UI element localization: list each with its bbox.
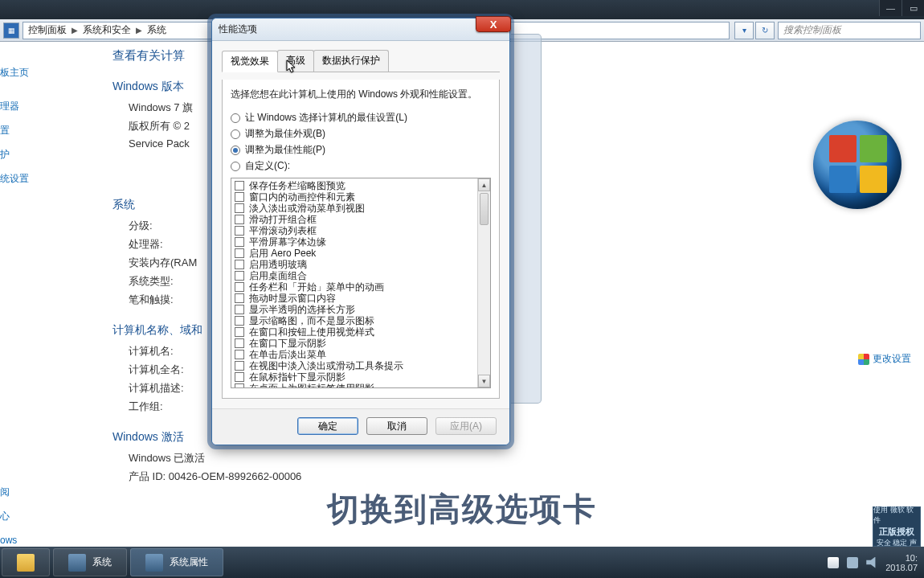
checkbox[interactable] [235, 350, 244, 359]
list-item[interactable]: 在窗口和按钮上使用视觉样式 [233, 326, 490, 338]
radio-custom[interactable]: 自定义(C): [231, 159, 491, 173]
list-item[interactable]: 显示缩略图，而不是显示图标 [233, 315, 490, 326]
tab-visual-effects[interactable]: 视觉效果 [222, 51, 278, 72]
list-item[interactable]: 在桌面上为图标标签使用阴影 [233, 383, 490, 388]
minimize-button[interactable]: — [879, 0, 902, 16]
checkbox[interactable] [235, 237, 244, 247]
sidebar-item[interactable]: 理器 [0, 94, 37, 118]
list-item[interactable]: 显示半透明的选择长方形 [233, 304, 490, 315]
checkbox[interactable] [235, 327, 244, 337]
folder-icon [17, 554, 35, 572]
list-item[interactable]: 滑动打开组合框 [233, 214, 490, 225]
sidebar-item[interactable]: 阅 [0, 480, 37, 504]
radio-best-appearance[interactable]: 调整为最佳外观(B) [231, 127, 491, 141]
checkbox[interactable] [235, 203, 244, 213]
label-product-id: 产品 ID: 00426-OEM-8992662-00006 [129, 469, 301, 484]
list-item[interactable]: 保存任务栏缩略图预览 [233, 180, 490, 191]
change-settings-link[interactable]: 更改设置 [858, 352, 911, 366]
crumb-system[interactable]: 系统 [147, 23, 166, 37]
checkbox[interactable] [235, 260, 244, 269]
checkbox[interactable] [235, 338, 244, 348]
list-item[interactable]: 在鼠标指针下显示阴影 [233, 371, 490, 383]
checkbox-label: 在视图中淡入淡出或滑动工具条提示 [249, 360, 403, 371]
crumb-control-panel[interactable]: 控制面板 [28, 23, 67, 37]
ok-button[interactable]: 确定 [297, 417, 358, 435]
sidebar-item[interactable]: 统设置 [0, 166, 37, 191]
checkbox[interactable] [235, 248, 244, 258]
tray-flag-icon[interactable] [828, 557, 839, 568]
taskbar-item-system[interactable]: 系统 [53, 548, 127, 576]
sidebar-item[interactable]: 板主页 [0, 60, 37, 84]
checkbox[interactable] [235, 215, 244, 224]
list-item[interactable]: 在单击后淡出菜单 [233, 349, 490, 360]
radio-icon [231, 162, 240, 171]
search-input[interactable]: 搜索控制面板 [778, 22, 921, 39]
list-item[interactable]: 在窗口下显示阴影 [233, 338, 490, 349]
list-item[interactable]: 任务栏和「开始」菜单中的动画 [233, 281, 490, 293]
tray-time[interactable]: 10: [885, 553, 918, 563]
windows-logo-orb [813, 121, 902, 209]
system-tray: 10: 2018.07 [821, 553, 924, 572]
radio-let-windows-choose[interactable]: 让 Windows 选择计算机的最佳设置(L) [231, 111, 491, 125]
maximize-button[interactable]: ▭ [902, 0, 924, 16]
list-item[interactable]: 启用桌面组合 [233, 270, 490, 281]
checkbox-label: 显示半透明的选择长方形 [249, 304, 355, 315]
list-item[interactable]: 启用 Aero Peek [233, 248, 490, 259]
checkbox[interactable] [235, 305, 244, 314]
taskbar-item-system-properties[interactable]: 系统属性 [130, 548, 223, 576]
list-item[interactable]: 启用透明玻璃 [233, 259, 490, 270]
close-button[interactable]: X [476, 16, 511, 32]
list-item[interactable]: 在视图中淡入淡出或滑动工具条提示 [233, 360, 490, 371]
tray-volume-icon[interactable] [866, 557, 877, 568]
sidebar-item[interactable]: 护 [0, 142, 37, 166]
crumb-system-security[interactable]: 系统和安全 [83, 23, 131, 37]
scroll-down-button[interactable]: ▼ [478, 375, 490, 387]
list-item[interactable]: 淡入淡出或滑动菜单到视图 [233, 203, 490, 214]
list-item[interactable]: 窗口内的动画控件和元素 [233, 191, 490, 203]
computer-icon [68, 554, 86, 572]
video-subtitle: 切换到高级选项卡 [327, 487, 597, 531]
dialog-titlebar[interactable]: 性能选项 X [212, 18, 509, 41]
instruction-text: 选择您想在此计算机上使用的 Windows 外观和性能设置。 [231, 88, 491, 101]
list-item[interactable]: 平滑滚动列表框 [233, 225, 490, 236]
tab-advanced[interactable]: 高级 [277, 50, 314, 72]
radio-best-performance[interactable]: 调整为最佳性能(P) [231, 143, 491, 157]
checkbox-label: 显示缩略图，而不是显示图标 [249, 315, 374, 326]
checkbox[interactable] [235, 383, 244, 388]
checkbox-label: 在桌面上为图标标签使用阴影 [249, 383, 374, 388]
change-settings-label: 更改设置 [873, 352, 911, 366]
checkbox-list[interactable]: 保存任务栏缩略图预览窗口内的动画控件和元素淡入淡出或滑动菜单到视图滑动打开组合框… [231, 178, 491, 388]
sidebar-item[interactable]: 置 [0, 118, 37, 142]
checkbox[interactable] [235, 282, 244, 292]
checkbox[interactable] [235, 271, 244, 281]
cancel-button[interactable]: 取消 [366, 417, 427, 435]
apply-button[interactable]: 应用(A) [435, 417, 497, 435]
list-item[interactable]: 平滑屏幕字体边缘 [233, 236, 490, 248]
checkbox-label: 窗口内的动画控件和元素 [249, 191, 355, 203]
radio-label: 让 Windows 选择计算机的最佳设置(L) [245, 111, 407, 125]
tray-date[interactable]: 2018.07 [885, 563, 918, 572]
taskbar-item-explorer[interactable] [2, 548, 50, 576]
checkbox[interactable] [235, 316, 244, 326]
genuine-line: 正版授权 [879, 526, 914, 538]
window-caption-bar [0, 0, 924, 19]
tab-dep[interactable]: 数据执行保护 [313, 50, 389, 72]
history-dropdown-button[interactable]: ▾ [734, 22, 754, 39]
list-item[interactable]: 拖动时显示窗口内容 [233, 293, 490, 304]
checkbox[interactable] [235, 372, 244, 382]
scrollbar[interactable]: ▲ ▼ [477, 178, 490, 387]
sidebar-item[interactable]: 心 [0, 504, 37, 528]
checkbox[interactable] [235, 293, 244, 303]
refresh-button[interactable]: ↻ [755, 22, 775, 39]
checkbox[interactable] [235, 361, 244, 371]
checkbox-label: 启用桌面组合 [249, 270, 307, 281]
checkbox[interactable] [235, 181, 244, 191]
dialog-button-row: 确定 取消 应用(A) [212, 408, 509, 445]
scroll-thumb[interactable] [480, 193, 489, 225]
radio-icon [231, 146, 240, 155]
checkbox[interactable] [235, 192, 244, 202]
tray-network-icon[interactable] [847, 557, 858, 568]
checkbox-label: 任务栏和「开始」菜单中的动画 [249, 281, 384, 293]
checkbox[interactable] [235, 226, 244, 236]
scroll-up-button[interactable]: ▲ [478, 178, 490, 191]
